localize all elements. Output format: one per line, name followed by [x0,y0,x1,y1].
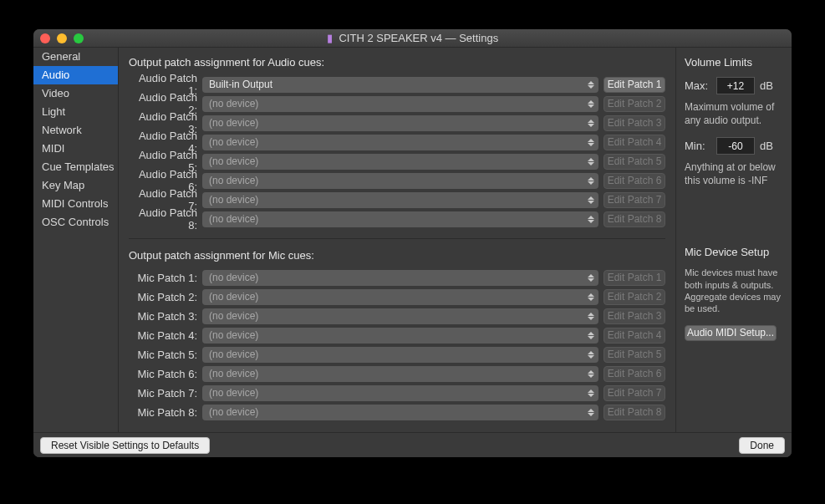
sidebar-item-midi-controls[interactable]: MIDI Controls [33,195,118,213]
audio-patch-select[interactable]: (no device) [202,135,598,150]
mic-patch-select[interactable]: (no device) [202,289,598,305]
mic-patch-select[interactable]: (no device) [202,347,598,363]
mic-patch-select[interactable]: (no device) [202,328,598,344]
sidebar-item-label: Network [42,124,82,136]
db-unit: dB [760,79,773,92]
audio-patch-row: Audio Patch 2: (no device) Edit Patch 2 [129,94,665,113]
edit-patch-button: Edit Patch 5 [603,154,665,170]
audio-patch-select[interactable]: (no device) [202,115,598,131]
max-volume-field[interactable]: +12 [716,77,755,94]
mic-patch-value: (no device) [209,368,258,379]
sidebar-item-video[interactable]: Video [33,84,118,103]
audio-patch-value: (no device) [209,136,258,148]
done-button[interactable]: Done [739,437,785,454]
audio-patch-select[interactable]: (no device) [202,173,598,189]
reset-defaults-button[interactable]: Reset Visible Settings to Defaults [40,437,210,454]
close-icon[interactable] [40,33,50,43]
mic-patch-value: (no device) [209,349,258,360]
sidebar-item-key-map[interactable]: Key Map [33,176,118,195]
max-volume-note: Maximum volume of any audio output. [685,101,783,127]
audio-patch-label: Audio Patch 8: [129,206,202,232]
mic-patch-value: (no device) [209,406,258,418]
audio-patch-row: Audio Patch 3: (no device) Edit Patch 3 [129,114,665,132]
audio-patch-row: Audio Patch 4: (no device) Edit Patch 4 [129,133,665,151]
zoom-icon[interactable] [74,33,84,43]
sidebar-item-light[interactable]: Light [33,103,118,121]
edit-patch-button: Edit Patch 2 [603,96,665,112]
db-unit: dB [760,140,773,152]
sidebar-item-cue-templates[interactable]: Cue Templates [33,158,118,176]
footer: Reset Visible Settings to Defaults Done [33,432,792,457]
sidebar-item-label: MIDI [42,142,64,155]
audio-patch-heading: Output patch assignment for Audio cues: [129,56,665,69]
edit-patch-button: Edit Patch 3 [603,308,665,324]
edit-patch-button: Edit Patch 6 [603,366,665,382]
audio-midi-setup-button[interactable]: Audio MIDI Setup... [685,325,777,341]
sidebar-item-label: MIDI Controls [42,197,108,210]
audio-patch-value: Built-in Output [209,79,272,90]
sidebar: General Audio Video Light Network MIDI C… [33,48,119,432]
dropdown-stepper-icon [586,328,596,343]
audio-patch-value: (no device) [209,155,258,167]
mic-patch-select[interactable]: (no device) [202,385,598,401]
sidebar-item-general[interactable]: General [33,48,118,66]
audio-patch-select[interactable]: (no device) [202,211,598,227]
mic-patch-select[interactable]: (no device) [202,270,598,286]
mic-patch-select[interactable]: (no device) [202,308,598,324]
dropdown-stepper-icon [586,97,596,111]
mic-patch-row: Mic Patch 3: (no device) Edit Patch 3 [129,307,665,325]
audio-patch-row: Audio Patch 7: (no device) Edit Patch 7 [129,191,665,209]
titlebar: ▮ CITH 2 SPEAKER v4 — Settings [33,29,792,48]
edit-patch-button[interactable]: Edit Patch 1 [603,77,665,93]
dropdown-stepper-icon [586,367,596,381]
max-label: Max: [685,79,711,92]
window-title-text: CITH 2 SPEAKER v4 — Settings [339,32,498,44]
sidebar-item-label: Cue Templates [42,160,114,173]
mic-patch-value: (no device) [209,310,258,322]
mic-patch-row: Mic Patch 6: (no device) Edit Patch 6 [129,364,665,383]
edit-patch-button: Edit Patch 4 [603,135,665,150]
sidebar-item-label: General [42,50,80,63]
audio-patch-value: (no device) [209,117,258,129]
mic-patch-label: Mic Patch 8: [129,406,202,419]
min-label: Min: [685,140,711,152]
dropdown-stepper-icon [586,212,596,227]
audio-patch-select[interactable]: (no device) [202,192,598,208]
mic-patch-select[interactable]: (no device) [202,405,598,420]
min-volume-field[interactable]: -60 [716,137,755,155]
sidebar-item-label: Light [42,105,65,118]
mic-patch-row: Mic Patch 1: (no device) Edit Patch 1 [129,268,665,287]
mic-setup-note: Mic devices must have both inputs & outp… [685,267,783,314]
sidebar-item-midi[interactable]: MIDI [33,140,118,158]
traffic-lights [40,33,84,43]
mic-patch-label: Mic Patch 3: [129,310,202,323]
volume-limits-heading: Volume Limits [685,56,783,69]
sidebar-item-label: Video [42,87,69,99]
audio-patch-select[interactable]: (no device) [202,154,598,170]
edit-patch-button: Edit Patch 7 [603,385,665,401]
mic-patch-row: Mic Patch 5: (no device) Edit Patch 5 [129,345,665,364]
mic-patch-value: (no device) [209,291,258,303]
audio-patch-value: (no device) [209,98,258,109]
sidebar-item-audio[interactable]: Audio [33,66,118,84]
mic-patch-heading: Output patch assignment for Mic cues: [129,249,665,262]
dropdown-stepper-icon [586,135,596,150]
sidebar-item-network[interactable]: Network [33,121,118,140]
audio-patch-row: Audio Patch 5: (no device) Edit Patch 5 [129,152,665,171]
audio-patch-select[interactable]: (no device) [202,96,598,112]
mic-patch-value: (no device) [209,387,258,399]
edit-patch-button: Edit Patch 6 [603,173,665,189]
edit-patch-button: Edit Patch 7 [603,192,665,208]
audio-patch-select[interactable]: Built-in Output [202,77,598,93]
mic-patch-select[interactable]: (no device) [202,366,598,382]
dropdown-stepper-icon [586,405,596,420]
minimize-icon[interactable] [57,33,67,43]
right-side-panel: Volume Limits Max: +12 dB Maximum volume… [676,48,792,432]
audio-settings-panel: Output patch assignment for Audio cues: … [119,48,676,432]
mic-patch-label: Mic Patch 1: [129,272,202,284]
mic-patch-label: Mic Patch 5: [129,349,202,361]
sidebar-item-osc-controls[interactable]: OSC Controls [33,213,118,232]
sidebar-item-label: Audio [42,69,69,81]
mic-patch-label: Mic Patch 2: [129,291,202,303]
settings-window: ▮ CITH 2 SPEAKER v4 — Settings General A… [33,29,792,457]
